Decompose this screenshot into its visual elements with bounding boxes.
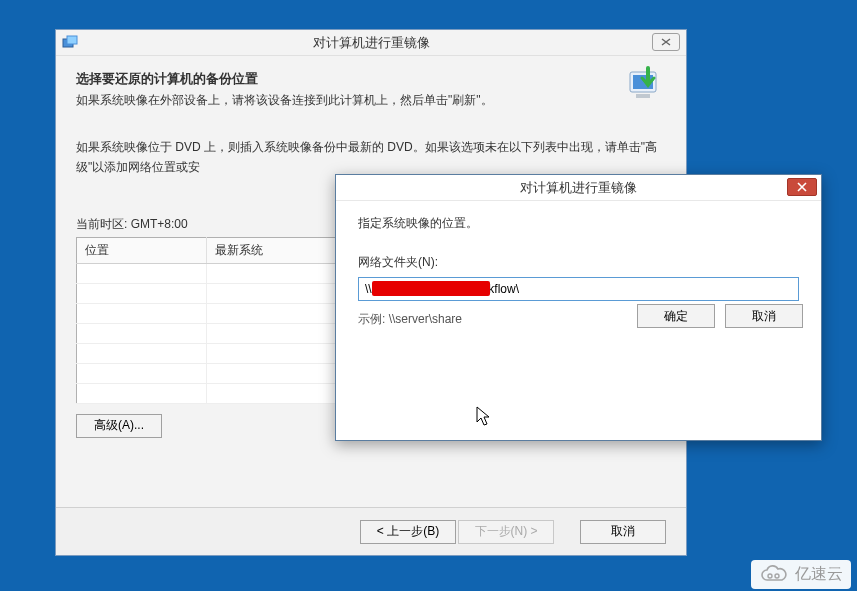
- sub-titlebar[interactable]: 对计算机进行重镜像: [336, 175, 821, 201]
- svg-point-6: [768, 574, 772, 578]
- wizard-footer: < 上一步(B) 下一步(N) > 取消: [56, 507, 686, 555]
- watermark: 亿速云: [751, 560, 851, 589]
- wizard-instructions: 如果系统映像位于 DVD 上，则插入系统映像备份中最新的 DVD。如果该选项未在…: [76, 137, 666, 178]
- ok-button[interactable]: 确定: [637, 304, 715, 328]
- sub-title: 对计算机进行重镜像: [520, 179, 637, 197]
- wizard-subheading: 如果系统映像在外部设备上，请将该设备连接到此计算机上，然后单击"刷新"。: [76, 92, 666, 109]
- cancel-button-main[interactable]: 取消: [580, 520, 666, 544]
- computer-restore-icon: [624, 64, 664, 112]
- sub-prompt: 指定系统映像的位置。: [358, 215, 799, 232]
- watermark-text: 亿速云: [795, 564, 843, 585]
- next-button: 下一步(N) >: [458, 520, 554, 544]
- close-button-sub[interactable]: [787, 178, 817, 196]
- wizard-heading: 选择要还原的计算机的备份位置: [76, 70, 666, 88]
- app-icon: [62, 34, 78, 50]
- main-titlebar[interactable]: 对计算机进行重镜像: [56, 30, 686, 56]
- cloud-logo-icon: [759, 565, 789, 585]
- svg-rect-1: [67, 36, 77, 44]
- svg-point-7: [775, 574, 779, 578]
- svg-rect-4: [636, 94, 650, 98]
- cancel-button-sub[interactable]: 取消: [725, 304, 803, 328]
- back-button[interactable]: < 上一步(B): [360, 520, 456, 544]
- network-location-dialog: 对计算机进行重镜像 指定系统映像的位置。 网络文件夹(N): 示例: \\ser…: [335, 174, 822, 441]
- redaction-mark: [372, 281, 490, 296]
- network-folder-label: 网络文件夹(N):: [358, 254, 799, 271]
- close-button-main[interactable]: [652, 33, 680, 51]
- col-location[interactable]: 位置: [77, 237, 207, 263]
- advanced-button[interactable]: 高级(A)...: [76, 414, 162, 438]
- main-title: 对计算机进行重镜像: [313, 34, 430, 52]
